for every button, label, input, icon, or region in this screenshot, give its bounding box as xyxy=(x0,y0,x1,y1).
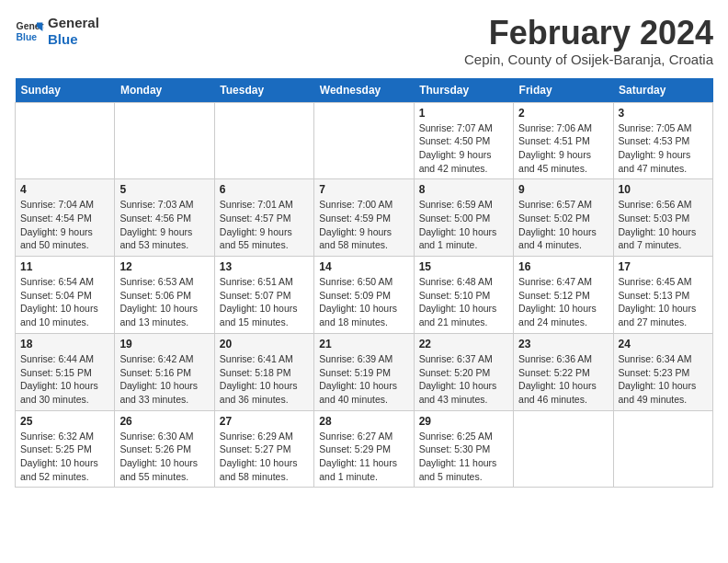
day-info: Sunrise: 7:03 AM Sunset: 4:56 PM Dayligh… xyxy=(119,198,209,252)
day-info: Sunrise: 6:39 AM Sunset: 5:19 PM Dayligh… xyxy=(319,352,408,407)
day-number: 12 xyxy=(119,260,209,273)
calendar-week-row: 11Sunrise: 6:54 AM Sunset: 5:04 PM Dayli… xyxy=(16,257,713,334)
calendar-cell: 11Sunrise: 6:54 AM Sunset: 5:04 PM Dayli… xyxy=(16,257,115,334)
title-block: February 2024 Cepin, County of Osijek-Ba… xyxy=(464,15,713,67)
calendar-cell: 22Sunrise: 6:37 AM Sunset: 5:20 PM Dayli… xyxy=(414,333,513,410)
day-number: 7 xyxy=(319,183,408,196)
day-number: 4 xyxy=(20,183,109,196)
header-friday: Friday xyxy=(514,78,613,103)
calendar-cell: 16Sunrise: 6:47 AM Sunset: 5:12 PM Dayli… xyxy=(514,257,613,334)
calendar-cell: 8Sunrise: 6:59 AM Sunset: 5:00 PM Daylig… xyxy=(414,179,513,257)
calendar-cell: 3Sunrise: 7:05 AM Sunset: 4:53 PM Daylig… xyxy=(613,102,712,179)
header-thursday: Thursday xyxy=(414,78,513,103)
day-number: 5 xyxy=(119,183,209,196)
day-info: Sunrise: 7:05 AM Sunset: 4:53 PM Dayligh… xyxy=(619,121,708,176)
calendar-week-row: 4Sunrise: 7:04 AM Sunset: 4:54 PM Daylig… xyxy=(16,179,713,257)
day-number: 21 xyxy=(319,338,408,350)
logo: General Blue General Blue xyxy=(15,15,99,48)
main-title: February 2024 xyxy=(464,15,713,52)
calendar-cell: 28Sunrise: 6:27 AM Sunset: 5:29 PM Dayli… xyxy=(314,410,414,488)
day-info: Sunrise: 6:34 AM Sunset: 5:23 PM Dayligh… xyxy=(619,352,708,407)
calendar-cell: 7Sunrise: 7:00 AM Sunset: 4:59 PM Daylig… xyxy=(314,179,414,257)
day-number: 25 xyxy=(20,415,109,428)
calendar-cell xyxy=(214,102,313,179)
day-number: 29 xyxy=(419,415,508,428)
day-number: 24 xyxy=(619,338,708,350)
day-number: 20 xyxy=(220,338,309,350)
day-number: 18 xyxy=(20,338,109,350)
day-number: 13 xyxy=(220,260,309,273)
calendar-cell: 20Sunrise: 6:41 AM Sunset: 5:18 PM Dayli… xyxy=(214,333,313,410)
calendar-cell: 27Sunrise: 6:29 AM Sunset: 5:27 PM Dayli… xyxy=(214,410,313,488)
page-header: General Blue General Blue February 2024 … xyxy=(15,15,713,67)
logo-blue: Blue xyxy=(48,31,99,48)
calendar-week-row: 25Sunrise: 6:32 AM Sunset: 5:25 PM Dayli… xyxy=(16,410,713,488)
calendar-cell xyxy=(115,102,214,179)
calendar-cell: 15Sunrise: 6:48 AM Sunset: 5:10 PM Dayli… xyxy=(414,257,513,334)
calendar-cell: 25Sunrise: 6:32 AM Sunset: 5:25 PM Dayli… xyxy=(16,410,115,488)
calendar-cell: 18Sunrise: 6:44 AM Sunset: 5:15 PM Dayli… xyxy=(16,333,115,410)
day-info: Sunrise: 6:57 AM Sunset: 5:02 PM Dayligh… xyxy=(518,198,608,252)
calendar-cell: 2Sunrise: 7:06 AM Sunset: 4:51 PM Daylig… xyxy=(514,102,613,179)
calendar-cell: 14Sunrise: 6:50 AM Sunset: 5:09 PM Dayli… xyxy=(314,257,414,334)
header-monday: Monday xyxy=(115,78,214,103)
calendar-cell: 5Sunrise: 7:03 AM Sunset: 4:56 PM Daylig… xyxy=(115,179,214,257)
calendar-cell: 13Sunrise: 6:51 AM Sunset: 5:07 PM Dayli… xyxy=(214,257,313,334)
day-number: 9 xyxy=(518,183,608,196)
logo-icon: General Blue xyxy=(15,17,44,46)
day-number: 1 xyxy=(419,107,508,120)
day-info: Sunrise: 6:30 AM Sunset: 5:26 PM Dayligh… xyxy=(119,430,209,484)
calendar-cell: 1Sunrise: 7:07 AM Sunset: 4:50 PM Daylig… xyxy=(414,102,513,179)
day-info: Sunrise: 6:54 AM Sunset: 5:04 PM Dayligh… xyxy=(20,275,109,329)
day-number: 15 xyxy=(419,260,508,273)
day-info: Sunrise: 6:45 AM Sunset: 5:13 PM Dayligh… xyxy=(619,275,708,329)
calendar-header-row: SundayMondayTuesdayWednesdayThursdayFrid… xyxy=(16,78,713,103)
day-info: Sunrise: 6:47 AM Sunset: 5:12 PM Dayligh… xyxy=(518,275,608,329)
day-info: Sunrise: 6:41 AM Sunset: 5:18 PM Dayligh… xyxy=(220,352,309,407)
header-tuesday: Tuesday xyxy=(214,78,313,103)
day-info: Sunrise: 6:51 AM Sunset: 5:07 PM Dayligh… xyxy=(220,275,309,329)
day-info: Sunrise: 6:50 AM Sunset: 5:09 PM Dayligh… xyxy=(319,275,408,329)
day-number: 22 xyxy=(419,338,508,350)
header-wednesday: Wednesday xyxy=(314,78,414,103)
calendar-cell: 6Sunrise: 7:01 AM Sunset: 4:57 PM Daylig… xyxy=(214,179,313,257)
day-number: 3 xyxy=(619,107,708,120)
day-number: 19 xyxy=(119,338,209,350)
day-info: Sunrise: 6:44 AM Sunset: 5:15 PM Dayligh… xyxy=(20,352,109,407)
day-info: Sunrise: 6:48 AM Sunset: 5:10 PM Dayligh… xyxy=(419,275,508,329)
day-info: Sunrise: 6:27 AM Sunset: 5:29 PM Dayligh… xyxy=(319,430,408,484)
day-info: Sunrise: 7:07 AM Sunset: 4:50 PM Dayligh… xyxy=(419,121,508,176)
calendar-cell: 10Sunrise: 6:56 AM Sunset: 5:03 PM Dayli… xyxy=(613,179,712,257)
calendar-cell: 29Sunrise: 6:25 AM Sunset: 5:30 PM Dayli… xyxy=(414,410,513,488)
header-sunday: Sunday xyxy=(16,78,115,103)
calendar-cell: 19Sunrise: 6:42 AM Sunset: 5:16 PM Dayli… xyxy=(115,333,214,410)
day-number: 17 xyxy=(619,260,708,273)
day-number: 23 xyxy=(518,338,608,350)
day-number: 8 xyxy=(419,183,508,196)
header-saturday: Saturday xyxy=(613,78,712,103)
logo-general: General xyxy=(48,15,99,31)
calendar-cell xyxy=(514,410,613,488)
day-info: Sunrise: 6:36 AM Sunset: 5:22 PM Dayligh… xyxy=(518,352,608,407)
calendar-cell: 4Sunrise: 7:04 AM Sunset: 4:54 PM Daylig… xyxy=(16,179,115,257)
day-number: 14 xyxy=(319,260,408,273)
calendar-cell: 17Sunrise: 6:45 AM Sunset: 5:13 PM Dayli… xyxy=(613,257,712,334)
calendar-cell xyxy=(314,102,414,179)
day-info: Sunrise: 6:42 AM Sunset: 5:16 PM Dayligh… xyxy=(119,352,209,407)
day-number: 11 xyxy=(20,260,109,273)
day-info: Sunrise: 6:37 AM Sunset: 5:20 PM Dayligh… xyxy=(419,352,508,407)
calendar-week-row: 1Sunrise: 7:07 AM Sunset: 4:50 PM Daylig… xyxy=(16,102,713,179)
calendar-cell: 21Sunrise: 6:39 AM Sunset: 5:19 PM Dayli… xyxy=(314,333,414,410)
calendar-cell: 23Sunrise: 6:36 AM Sunset: 5:22 PM Dayli… xyxy=(514,333,613,410)
day-number: 16 xyxy=(518,260,608,273)
svg-text:Blue: Blue xyxy=(17,32,38,42)
day-info: Sunrise: 6:32 AM Sunset: 5:25 PM Dayligh… xyxy=(20,430,109,484)
day-info: Sunrise: 6:56 AM Sunset: 5:03 PM Dayligh… xyxy=(619,198,708,252)
calendar-table: SundayMondayTuesdayWednesdayThursdayFrid… xyxy=(15,78,713,488)
day-number: 28 xyxy=(319,415,408,428)
day-info: Sunrise: 7:01 AM Sunset: 4:57 PM Dayligh… xyxy=(220,198,309,252)
day-info: Sunrise: 6:25 AM Sunset: 5:30 PM Dayligh… xyxy=(419,430,508,484)
calendar-cell xyxy=(613,410,712,488)
calendar-cell: 24Sunrise: 6:34 AM Sunset: 5:23 PM Dayli… xyxy=(613,333,712,410)
calendar-cell: 9Sunrise: 6:57 AM Sunset: 5:02 PM Daylig… xyxy=(514,179,613,257)
